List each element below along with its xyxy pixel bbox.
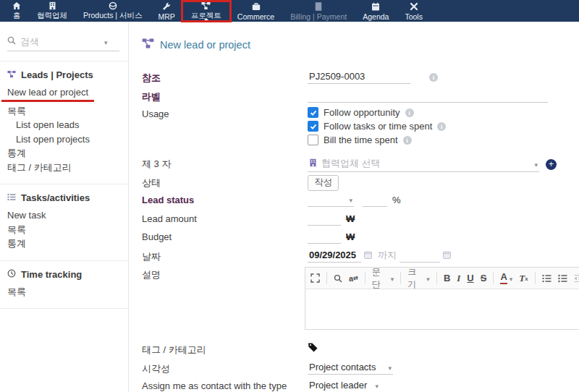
chevron-down-icon [534,158,538,169]
search-caret-icon[interactable] [104,36,108,47]
usage-option-row: Follow tasks or time spent i [308,121,446,132]
page-title: New lead or project [142,38,579,51]
ref-label: 참조 [142,70,308,85]
nav-projects[interactable]: 프로젝트 [183,0,229,22]
editor-find-button[interactable] [334,274,342,283]
usage-option-row: Follow opportunity i [308,107,446,118]
section-time-tracking: Time tracking [0,269,128,280]
sidebar-item-list[interactable]: 목록 [0,104,128,119]
chevron-down-icon [391,273,394,284]
editor-outdent-button[interactable] [574,274,579,283]
nav-mrp[interactable]: MRP [151,0,183,22]
nav-thirdparties[interactable]: 협력업체 [29,0,75,22]
sidebar-item-list-open-leads[interactable]: List open leads [0,118,128,132]
field-budget: Budget ₩ [142,230,579,249]
sidebar-item-tags-categories[interactable]: 태그 / 카테고리 [0,161,128,175]
nav-billing[interactable]: Billing | Payment [282,0,355,22]
field-tags: 태그 / 카테고리 [142,342,579,361]
calendar-picker-icon[interactable] [364,250,372,261]
editor-toolbar: a⇄ 문단 크기 B I U S [305,268,579,289]
divider [0,61,128,61]
lead-status-select[interactable] [308,193,354,207]
building-icon [48,1,56,10]
add-third-party-button[interactable]: + [546,159,557,170]
sidebar-item-new-task[interactable]: New task [0,208,128,223]
sidebar-item-new-lead-or-project[interactable]: New lead or project [0,85,128,100]
tag-icon[interactable] [308,342,318,354]
editor-paragraph-format-select[interactable]: 문단 [372,266,394,291]
third-party-select[interactable]: 협력업체 선택 [308,156,539,172]
main-content: New lead or project 참조 i 라벨 Usage [129,22,579,392]
info-icon: i [403,136,412,145]
sidebar-search [7,36,119,51]
info-icon: i [437,122,446,131]
divider [326,272,327,284]
date-end-input[interactable] [400,249,440,263]
tasks-list-icon [7,192,16,203]
sidebar-item-task-statistics[interactable]: 통계 [0,237,128,251]
assign-contact-type-select[interactable]: Project leader [308,379,380,392]
editor-text-color-button[interactable]: A [500,272,512,284]
visibility-label: 시각성 [142,361,308,375]
sidebar-item-time-list[interactable]: 목록 [0,285,128,299]
budget-label: Budget [142,230,308,242]
search-input[interactable] [20,36,100,47]
field-date: 날짜 까지 [142,249,579,268]
editor-bullet-list-button[interactable] [558,274,567,283]
editor-text-area[interactable] [305,289,579,329]
calendar-picker-icon[interactable] [443,250,451,261]
nav-agenda[interactable]: Agenda [355,0,397,22]
nav-products[interactable]: Products | 서비스 [75,0,151,22]
building-icon [309,158,317,169]
editor-maximize-button[interactable] [310,273,320,283]
lead-amount-input[interactable] [308,212,341,226]
budget-input[interactable] [308,230,341,244]
nav-commerce[interactable]: Commerce [229,0,282,22]
project-diagram-icon [7,69,16,80]
date-label: 날짜 [142,249,308,263]
editor-underline-button[interactable]: U [467,273,473,284]
tools-icon [410,2,418,12]
editor-strikethrough-button[interactable]: S [481,273,487,284]
editor-replace-button[interactable]: a⇄ [349,274,358,283]
divider [400,272,401,284]
editor-font-size-select[interactable]: 크기 [407,266,430,291]
tags-label: 태그 / 카테고리 [142,342,308,357]
editor-bold-button[interactable]: B [444,273,450,284]
nav-home[interactable]: 홈 [4,0,29,22]
checkbox-follow-tasks[interactable] [308,121,318,132]
search-icon [7,36,16,47]
divider [535,272,536,284]
field-assign-contact-type: Assign me as contact with the type Proje… [142,379,579,392]
editor-italic-button[interactable]: I [457,273,460,284]
lead-status-label: Lead status [142,193,308,205]
checkbox-bill-time[interactable] [308,135,318,145]
field-third-party: 제 3 자 협력업체 선택 + [142,156,579,175]
field-label: 라벨 [142,89,579,108]
active-tab-caret [203,18,210,22]
sidebar-item-task-list[interactable]: 목록 [0,223,128,237]
left-sidebar: Leads | Projects New lead or project 목록 … [0,22,129,392]
ref-input[interactable] [308,70,410,84]
divider [0,260,128,261]
sidebar-item-statistics[interactable]: 통계 [0,146,128,161]
chevron-down-icon [426,273,430,284]
clock-icon [7,269,16,280]
probability-input[interactable] [363,193,387,207]
lead-amount-label: Lead amount [142,212,308,224]
visibility-select[interactable]: Project contacts [308,361,393,375]
red-annotation-underline [1,100,94,102]
editor-numbered-list-button[interactable] [542,274,551,283]
editor-remove-format-button[interactable]: Tx [519,273,528,284]
label-label: 라벨 [142,89,308,103]
checkbox-follow-opportunity[interactable] [308,107,318,118]
field-description: 설명 a⇄ 문단 [142,267,579,330]
chevron-down-icon [349,194,352,205]
nav-tools[interactable]: Tools [397,0,431,22]
chevron-down-icon [375,380,379,391]
label-input[interactable] [308,89,548,103]
sidebar-item-list-open-projects[interactable]: List open projects [0,132,128,147]
date-start-input[interactable] [308,249,361,263]
divider [365,272,365,284]
info-icon: i [429,73,438,82]
